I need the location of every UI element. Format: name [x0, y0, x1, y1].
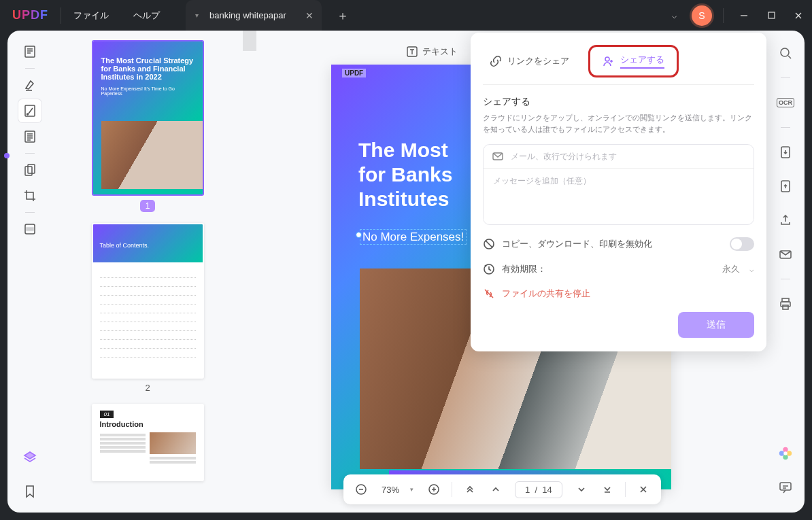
page-indicator[interactable]: 1 / 14	[515, 481, 562, 498]
tab-dropdown-icon[interactable]: ▾	[195, 12, 199, 19]
prev-page-button[interactable]	[485, 479, 507, 500]
copy-tool-icon[interactable]	[18, 158, 41, 181]
crop-tool-icon[interactable]	[18, 184, 41, 207]
stop-sharing-label: ファイルの共有を停止	[502, 288, 590, 300]
tab-close-icon[interactable]: ✕	[305, 10, 314, 21]
person-share-icon	[603, 55, 615, 67]
thumb1-title: The Most Crucial Strategy for Banks and …	[93, 41, 203, 84]
window-close-button[interactable]	[785, 0, 812, 31]
ocr-icon[interactable]: OCR	[774, 91, 797, 114]
titlebar: UPDF ファイル ヘルプ ▾ banking whitepapar ✕ ＋ ⌵…	[0, 0, 812, 31]
disable-icon	[483, 238, 495, 250]
svg-rect-6	[28, 164, 35, 173]
thumb1-number: 1	[140, 200, 156, 212]
divider	[723, 8, 724, 23]
thumbnails-panel[interactable]: The Most Crucial Strategy for Banks and …	[52, 31, 243, 513]
prev-page-peek	[243, 31, 256, 51]
menu-help[interactable]: ヘルプ	[121, 10, 172, 22]
reader-tool-icon[interactable]	[18, 40, 41, 63]
svg-rect-0	[768, 12, 775, 18]
organize-tool-icon[interactable]	[18, 125, 41, 148]
thumb2-number: 2	[92, 379, 204, 393]
chevron-down-icon: ⌵	[749, 265, 754, 274]
mail-share-icon[interactable]	[774, 243, 797, 266]
clock-icon	[483, 263, 495, 275]
chevron-down-icon: ▾	[410, 486, 413, 493]
share-message-input[interactable]	[484, 169, 754, 222]
close-bar-button[interactable]	[632, 479, 654, 500]
zoom-out-button[interactable]	[350, 479, 372, 500]
svg-point-25	[783, 455, 788, 460]
share-tab-others[interactable]: シェアする	[596, 50, 671, 73]
svg-point-23	[783, 447, 788, 452]
user-avatar[interactable]: S	[692, 5, 712, 26]
doc-brand: UPDF	[342, 69, 366, 77]
expiry-row[interactable]: 有効期限： 永久 ⌵	[483, 263, 754, 275]
new-tab-button[interactable]: ＋	[337, 7, 349, 24]
svg-point-3	[27, 114, 29, 115]
stop-sharing-button[interactable]: ファイルの共有を停止	[483, 288, 754, 300]
share-heading: シェアする	[483, 96, 754, 108]
selected-text[interactable]: No More Expenses!	[360, 229, 467, 245]
share-tab-link-label: リンクをシェア	[507, 55, 569, 67]
svg-rect-21	[781, 302, 790, 307]
svg-point-27	[783, 451, 788, 455]
chat-icon[interactable]	[774, 476, 797, 499]
current-page: 1	[525, 485, 530, 495]
zoom-dropdown[interactable]: 73%▾	[376, 485, 419, 495]
thumb2-title: Table of Contents.	[93, 224, 203, 262]
disable-copy-row: コピー、ダウンロード、印刷を無効化	[483, 237, 754, 251]
workspace: The Most Crucial Strategy for Banks and …	[7, 31, 805, 513]
menu-file[interactable]: ファイル	[61, 10, 121, 22]
tutorial-highlight: シェアする	[588, 45, 679, 77]
thumb3-chip: 01	[100, 411, 114, 418]
edit-tool-icon[interactable]	[18, 99, 41, 122]
layers-icon[interactable]	[18, 446, 41, 469]
disable-copy-toggle[interactable]	[730, 237, 754, 251]
share-panel: リンクをシェア シェアする シェアする クラウドにリンクをアップし、オンラインで…	[471, 33, 766, 351]
window-maximize-button[interactable]	[758, 0, 785, 31]
bookmark-icon[interactable]	[18, 480, 41, 503]
last-page-button[interactable]	[596, 479, 618, 500]
first-page-button[interactable]	[459, 479, 481, 500]
thumb1-photo	[101, 121, 203, 189]
app-logo: UPDF	[0, 8, 61, 22]
text-tool-button[interactable]: テキスト	[406, 46, 458, 58]
thumbnail-page-3[interactable]: 01 Introduction	[92, 404, 204, 481]
thumbnail-page-1[interactable]: The Most Crucial Strategy for Banks and …	[92, 40, 204, 212]
svg-point-12	[605, 57, 609, 61]
svg-rect-22	[783, 305, 788, 309]
document-canvas[interactable]: テキスト UPDF The Most for Banks Institutes …	[243, 31, 766, 513]
export-file-icon[interactable]	[774, 175, 797, 198]
link-icon	[490, 55, 502, 67]
svg-point-26	[779, 451, 784, 455]
document-tab[interactable]: ▾ banking whitepapar ✕	[186, 0, 322, 31]
thumb1-sub: No More Expenses! It's Time to Go Paperl…	[93, 84, 203, 99]
share-description: クラウドにリンクをアップし、オンラインでの閲覧リンクを送信します。リンクを知って…	[483, 112, 754, 135]
tab-title: banking whitepapar	[209, 10, 286, 20]
share-export-icon[interactable]	[774, 209, 797, 232]
unlink-icon	[483, 288, 495, 300]
share-email-input[interactable]	[511, 152, 745, 161]
tab-overflow-icon[interactable]: ⌵	[660, 11, 688, 20]
mail-icon	[492, 150, 504, 162]
window-minimize-button[interactable]	[730, 0, 758, 31]
thumbnail-page-2[interactable]: Table of Contents. 2	[92, 223, 204, 393]
redact-tool-icon[interactable]	[18, 218, 41, 241]
share-input-box	[483, 144, 754, 225]
ai-flower-icon[interactable]	[774, 442, 797, 465]
highlighter-tool-icon[interactable]	[18, 73, 41, 97]
share-tab-link[interactable]: リンクをシェア	[483, 51, 576, 71]
print-icon[interactable]	[774, 292, 797, 315]
text-tool-icon	[406, 46, 418, 58]
send-button[interactable]: 送信	[678, 312, 754, 338]
thumb3-title: Introduction	[100, 420, 196, 428]
next-page-button[interactable]	[571, 479, 592, 500]
viewer-bottom-bar: 73%▾ 1 / 14	[343, 474, 661, 504]
zoom-in-button[interactable]	[423, 479, 445, 500]
search-icon[interactable]	[774, 41, 797, 65]
selection-handle-icon[interactable]	[356, 232, 362, 238]
expiry-value: 永久	[722, 263, 740, 275]
svg-point-16	[781, 48, 789, 56]
import-icon[interactable]	[774, 141, 797, 164]
